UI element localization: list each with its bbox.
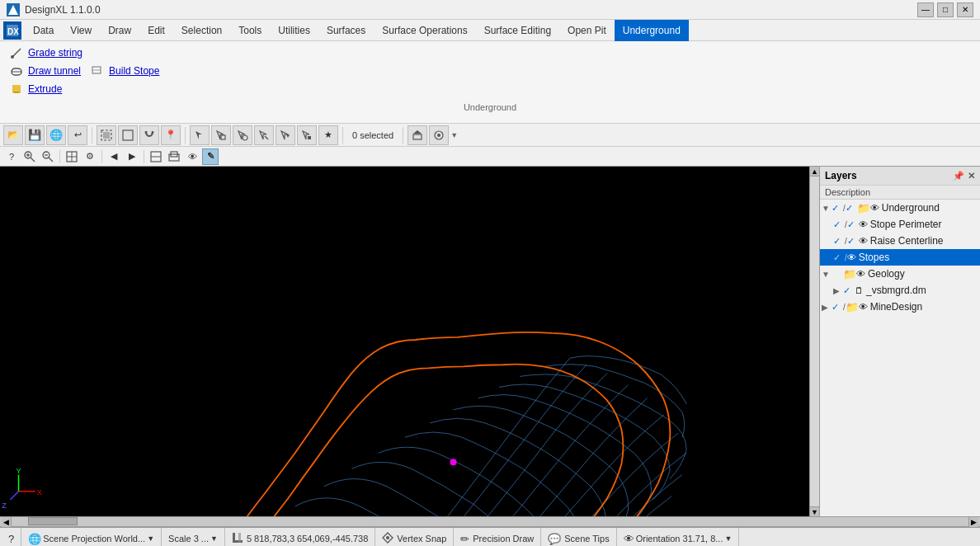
ug-draw-tunnel[interactable]: Draw tunnel Build Stope <box>7 63 973 79</box>
layer-stopes[interactable]: ✓ / 👁 Stopes <box>820 249 980 266</box>
sb-scene-tips[interactable]: 💬 Scene Tips <box>541 528 616 546</box>
underground-expand-icon[interactable]: ▼ <box>822 204 832 213</box>
vscroll-down[interactable]: ▼ <box>810 506 820 516</box>
menu-open-pit[interactable]: Open Pit <box>559 20 615 41</box>
svg-rect-18 <box>221 135 225 139</box>
layer-stope-perimeter[interactable]: ✓ / ✓ 👁 Stope Perimeter <box>820 216 980 233</box>
select-all-button[interactable] <box>97 125 116 145</box>
help2-button[interactable]: ? <box>3 148 20 165</box>
menu-tools[interactable]: Tools <box>230 20 270 41</box>
target-button[interactable] <box>429 125 449 145</box>
t3-button[interactable]: ◀ <box>106 148 122 165</box>
layer-vsbmgrd[interactable]: ▶ ✓ 🗒 _vsbmgrd.dm <box>820 282 980 299</box>
vsbmgrd-icon: 🗒 <box>855 285 864 295</box>
minimize-button[interactable]: — <box>917 2 934 17</box>
sb-vertex-snap[interactable]: Vertex Snap <box>375 528 454 546</box>
close-button[interactable]: ✕ <box>957 2 973 17</box>
vsbmgrd-check[interactable]: ✓ <box>843 285 855 296</box>
grade-string-icon <box>10 46 23 59</box>
geology-expand-icon[interactable]: ▼ <box>822 270 832 279</box>
minedesign-expand-icon[interactable]: ▶ <box>822 303 832 312</box>
vscroll-up[interactable]: ▲ <box>810 167 820 177</box>
t6-button[interactable] <box>166 148 182 165</box>
stope-perimeter-check[interactable]: ✓ <box>833 219 845 230</box>
menu-underground[interactable]: Underground <box>615 20 689 41</box>
underground-check[interactable]: ✓ <box>832 203 843 214</box>
viewport[interactable]: X Y Z ▲ ▼ <box>0 167 819 516</box>
stope-perimeter-check2[interactable]: ✓ <box>847 219 859 230</box>
underground-section-label: Underground <box>7 102 973 112</box>
select-box-button[interactable] <box>118 125 138 145</box>
open-folder-button[interactable]: 📂 <box>3 125 23 145</box>
tb2-sep3 <box>144 150 144 163</box>
layer-minedesign-group[interactable]: ▶ ✓ / 📁 👁 MineDesign <box>820 299 980 315</box>
selected-count: 0 selected <box>352 130 393 140</box>
sb-scene-projection[interactable]: 🌐 Scene Projection World... ▼ <box>21 528 162 546</box>
menu-draw[interactable]: Draw <box>100 20 139 41</box>
menu-view[interactable]: View <box>62 20 100 41</box>
star-button[interactable]: ★ <box>318 125 338 145</box>
grade-string-label: Grade string <box>28 47 82 59</box>
t2-button[interactable]: ⚙ <box>82 148 98 165</box>
select-arrow4-button[interactable] <box>254 125 274 145</box>
raise-centerline-name: Raise Centerline <box>870 235 944 247</box>
menu-surfaces[interactable]: Surfaces <box>318 20 374 41</box>
zoom-out-button[interactable] <box>40 148 56 165</box>
titlebar-info: DesignXL 1.1.0.0 <box>7 3 101 16</box>
t4-button[interactable]: ▶ <box>124 148 140 165</box>
t8-button[interactable]: ✎ <box>202 148 219 165</box>
menu-data[interactable]: Data <box>25 20 62 41</box>
select-arrow6-button[interactable] <box>297 125 317 145</box>
layer-geology-group[interactable]: ▼ 📁 👁 Geology <box>820 266 980 282</box>
stopes-check[interactable]: ✓ <box>833 252 845 263</box>
toolbar-dropdown[interactable]: ▼ <box>450 131 458 139</box>
layers-close-button[interactable]: ✕ <box>968 171 975 181</box>
app-menu-icon[interactable]: DX <box>3 21 21 40</box>
menu-surface-operations[interactable]: Surface Operations <box>374 20 475 41</box>
svg-text:Y: Y <box>16 467 21 475</box>
app-title: DesignXL 1.1.0.0 <box>25 4 101 16</box>
globe-button[interactable]: 🌐 <box>46 125 66 145</box>
sb-precision-draw[interactable]: ✏ Precision Draw <box>454 528 541 546</box>
sb-coordinates[interactable]: 5 818,783,3 654,069,-445.738 <box>225 528 375 546</box>
raise-centerline-check[interactable]: ✓ <box>833 236 845 247</box>
sb-help[interactable]: ? <box>5 528 21 546</box>
pin-button[interactable]: 📍 <box>161 125 181 145</box>
menu-surface-editing[interactable]: Surface Editing <box>476 20 559 41</box>
tb-sep1 <box>92 127 92 144</box>
t1-button[interactable] <box>64 148 80 165</box>
zoom-in-button[interactable] <box>21 148 38 165</box>
select-arrow1-button[interactable] <box>190 125 210 145</box>
vsbmgrd-expand-icon[interactable]: ▶ <box>833 286 843 295</box>
layer-underground-group[interactable]: ▼ ✓ / ✓ 📁 👁 Underground <box>820 200 980 216</box>
layer-raise-centerline[interactable]: ✓ / ✓ 👁 Raise Centerline <box>820 233 980 249</box>
sb-scale[interactable]: Scale 3 ... ▼ <box>162 528 225 546</box>
hscroll-left[interactable]: ◀ <box>2 517 12 527</box>
horizontal-scrollbar: ◀ ▶ <box>0 516 980 526</box>
transform-button[interactable] <box>408 125 427 145</box>
hscroll-handle[interactable] <box>28 517 78 525</box>
ug-extrude[interactable]: Extrude <box>7 81 973 97</box>
magnet-button[interactable] <box>139 125 159 145</box>
select-arrow2-button[interactable] <box>211 125 231 145</box>
maximize-button[interactable]: □ <box>937 2 954 17</box>
underground-layer-name: Underground <box>882 202 940 214</box>
menu-edit[interactable]: Edit <box>139 20 173 41</box>
menu-selection[interactable]: Selection <box>173 20 230 41</box>
underground-check2[interactable]: ✓ <box>846 203 857 214</box>
t7-button[interactable]: 👁 <box>184 148 200 165</box>
raise-centerline-check2[interactable]: ✓ <box>847 236 859 247</box>
sb-orientation[interactable]: 👁 Orientation 31.71, 8... ▼ <box>617 528 740 546</box>
minedesign-check[interactable]: ✓ <box>832 302 843 313</box>
menu-utilities[interactable]: Utilities <box>270 20 318 41</box>
t5-button[interactable] <box>148 148 164 165</box>
select-arrow5-button[interactable] <box>276 125 295 145</box>
layers-pin-button[interactable]: 📌 <box>953 171 964 181</box>
save-button[interactable]: 💾 <box>25 125 45 145</box>
hscroll-right[interactable]: ▶ <box>968 517 978 527</box>
svg-text:Z: Z <box>2 501 7 510</box>
select-arrow3-button[interactable] <box>233 125 252 145</box>
ug-grade-string[interactable]: Grade string <box>7 45 973 61</box>
help-icon: ? <box>8 533 14 545</box>
undo-button[interactable]: ↩ <box>68 125 87 145</box>
